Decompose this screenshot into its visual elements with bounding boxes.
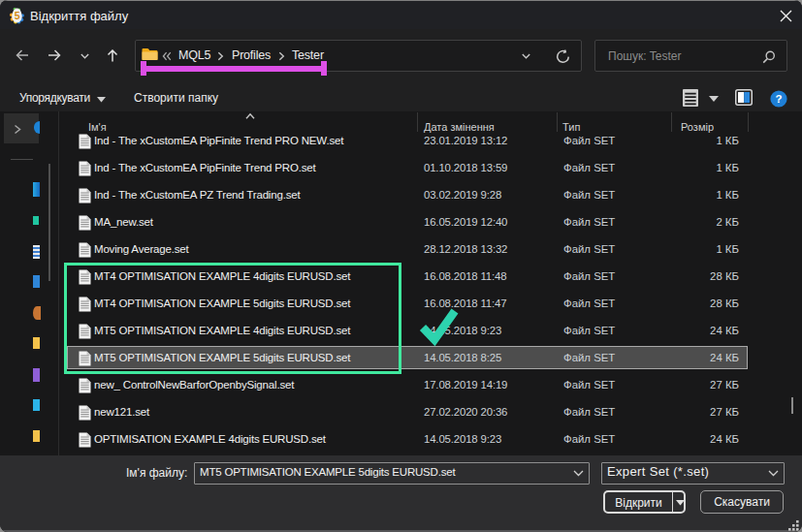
svg-text:5: 5 (15, 10, 20, 21)
svg-text:?: ? (775, 93, 782, 105)
